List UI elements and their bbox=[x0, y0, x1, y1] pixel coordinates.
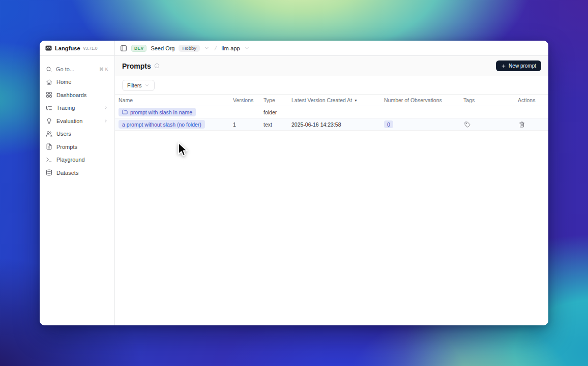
new-prompt-label: New prompt bbox=[509, 63, 536, 69]
column-header-type[interactable]: Type bbox=[263, 97, 291, 103]
trash-icon bbox=[519, 121, 525, 128]
delete-button[interactable] bbox=[518, 120, 526, 129]
sidebar-item-label: Datasets bbox=[56, 170, 78, 176]
cell-type: folder bbox=[263, 109, 291, 115]
brand-header: Langfuse v3.71.0 bbox=[40, 41, 114, 56]
chevron-right-icon bbox=[103, 105, 108, 110]
list-tree-icon bbox=[46, 105, 52, 111]
search-icon bbox=[46, 66, 52, 72]
prompt-folder-name: prompt with slash in name bbox=[130, 109, 192, 115]
table-header-row: Name Versions Type Latest Version Create… bbox=[115, 94, 548, 106]
column-header-actions: Actions bbox=[518, 97, 545, 103]
grid-icon bbox=[46, 92, 52, 98]
breadcrumb-separator: / bbox=[214, 44, 218, 52]
goto-label: Go to... bbox=[56, 66, 74, 72]
project-chevron-down-icon[interactable] bbox=[244, 45, 250, 51]
langfuse-app-window: Langfuse v3.71.0 Go to... ⌘ K Home bbox=[40, 41, 548, 325]
observations-count-badge: 0 bbox=[384, 120, 393, 128]
panel-left-toggle-icon[interactable] bbox=[120, 45, 127, 52]
org-name[interactable]: Seed Org bbox=[151, 45, 174, 51]
sidebar-item-users[interactable]: Users bbox=[44, 128, 110, 141]
table-row[interactable]: a prompt without slash (no folder) 1 tex… bbox=[115, 118, 548, 131]
sidebar: Langfuse v3.71.0 Go to... ⌘ K Home bbox=[40, 41, 115, 325]
sidebar-item-label: Users bbox=[56, 131, 71, 137]
sidebar-item-label: Dashboards bbox=[56, 92, 86, 98]
lightbulb-icon bbox=[46, 117, 52, 124]
prompt-link[interactable]: a prompt without slash (no folder) bbox=[119, 120, 205, 129]
cell-type: text bbox=[263, 121, 291, 128]
users-icon bbox=[46, 131, 52, 137]
table-row[interactable]: prompt with slash in name folder bbox=[115, 106, 548, 118]
sidebar-item-evaluation[interactable]: Evaluation bbox=[44, 114, 110, 128]
cell-tags bbox=[463, 120, 518, 129]
column-header-name[interactable]: Name bbox=[119, 97, 233, 103]
sidebar-item-prompts[interactable]: Prompts bbox=[44, 140, 110, 154]
sidebar-item-home[interactable]: Home bbox=[44, 76, 110, 89]
prompt-folder-link[interactable]: prompt with slash in name bbox=[119, 108, 196, 116]
page-title: Prompts bbox=[122, 62, 151, 70]
new-prompt-button[interactable]: New prompt bbox=[496, 60, 541, 71]
sort-desc-icon: ▼ bbox=[354, 99, 358, 102]
sidebar-item-label: Evaluation bbox=[56, 118, 82, 124]
project-name[interactable]: llm-app bbox=[222, 45, 240, 51]
home-icon bbox=[46, 79, 52, 85]
prompts-table: Name Versions Type Latest Version Create… bbox=[115, 94, 548, 131]
cell-versions: 1 bbox=[233, 121, 263, 128]
database-icon bbox=[46, 169, 52, 176]
column-header-latest-version[interactable]: Latest Version Created At ▼ bbox=[291, 97, 384, 103]
sidebar-item-playground[interactable]: Playground bbox=[44, 154, 110, 167]
cell-observations: 0 bbox=[384, 120, 463, 128]
info-icon[interactable] bbox=[154, 63, 160, 69]
langfuse-logo-icon bbox=[45, 45, 52, 51]
sidebar-item-datasets[interactable]: Datasets bbox=[44, 166, 110, 179]
goto-shortcut: ⌘ K bbox=[99, 67, 108, 72]
plus-icon bbox=[501, 64, 506, 69]
cell-latest-version: 2025-06-16 14:23:58 bbox=[291, 121, 384, 128]
column-header-tags[interactable]: Tags bbox=[463, 97, 518, 103]
org-chevron-down-icon[interactable] bbox=[204, 45, 210, 51]
filters-button[interactable]: Filters bbox=[122, 80, 155, 91]
column-header-versions[interactable]: Versions bbox=[233, 97, 263, 103]
sidebar-item-label: Playground bbox=[56, 157, 85, 163]
filters-bar: Filters bbox=[115, 76, 548, 94]
tag-icon bbox=[464, 121, 471, 128]
column-header-observations[interactable]: Number of Observations bbox=[384, 97, 463, 103]
chevron-right-icon bbox=[103, 118, 108, 124]
env-badge: DEV bbox=[131, 45, 146, 52]
file-text-icon bbox=[46, 143, 52, 150]
column-header-latest-version-label: Latest Version Created At bbox=[291, 97, 352, 103]
app-name: Langfuse bbox=[55, 45, 80, 51]
sidebar-item-dashboards[interactable]: Dashboards bbox=[44, 88, 110, 102]
cell-actions bbox=[518, 120, 545, 129]
filters-chevron-down-icon bbox=[144, 83, 150, 88]
terminal-icon bbox=[46, 157, 52, 163]
plan-badge: Hobby bbox=[179, 45, 199, 52]
sidebar-nav: Go to... ⌘ K Home Dashboards bbox=[40, 56, 114, 179]
sidebar-item-tracing[interactable]: Tracing bbox=[44, 102, 110, 115]
app-version: v3.71.0 bbox=[83, 46, 98, 51]
goto-search[interactable]: Go to... ⌘ K bbox=[44, 63, 110, 76]
page-header: Prompts New prompt bbox=[115, 56, 548, 76]
tag-button[interactable] bbox=[463, 120, 472, 129]
desktop-wallpaper: Langfuse v3.71.0 Go to... ⌘ K Home bbox=[0, 0, 588, 366]
folder-icon bbox=[122, 109, 128, 115]
sidebar-item-label: Prompts bbox=[56, 144, 77, 150]
main-panel: DEV Seed Org Hobby / llm-app Prompts bbox=[115, 41, 548, 325]
prompt-name: a prompt without slash (no folder) bbox=[122, 121, 201, 128]
sidebar-item-label: Tracing bbox=[56, 105, 75, 111]
sidebar-item-label: Home bbox=[56, 79, 71, 85]
filters-label: Filters bbox=[127, 82, 142, 88]
topbar: DEV Seed Org Hobby / llm-app bbox=[115, 41, 548, 56]
